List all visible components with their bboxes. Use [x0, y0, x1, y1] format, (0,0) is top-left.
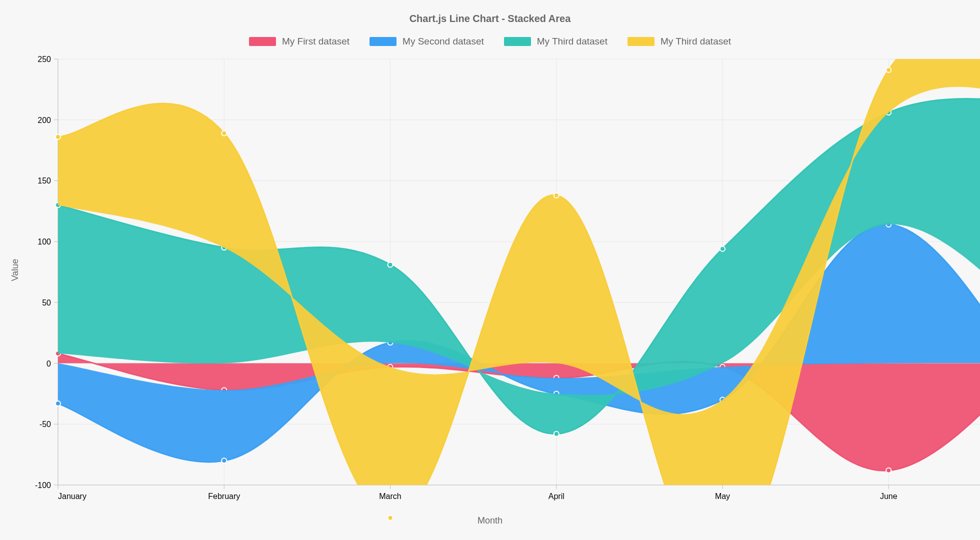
- data-point[interactable]: [886, 68, 891, 72]
- data-point[interactable]: [554, 432, 559, 436]
- data-point[interactable]: [388, 516, 393, 520]
- data-point[interactable]: [56, 134, 60, 140]
- data-point[interactable]: [388, 262, 393, 267]
- data-point[interactable]: [222, 130, 226, 136]
- svg-text:May: May: [715, 492, 730, 500]
- data-point[interactable]: [222, 458, 226, 463]
- data-point[interactable]: [886, 468, 891, 473]
- svg-text:250: 250: [38, 55, 51, 64]
- svg-text:June: June: [880, 492, 898, 500]
- chart-container: Chart.js Line Chart - Stacked Area My Fi…: [0, 0, 980, 540]
- svg-text:January: January: [58, 492, 86, 500]
- svg-text:50: 50: [42, 298, 51, 307]
- svg-text:200: 200: [38, 116, 51, 124]
- svg-text:March: March: [379, 492, 401, 500]
- svg-text:-50: -50: [40, 420, 51, 428]
- svg-text:February: February: [208, 492, 240, 500]
- svg-text:100: 100: [38, 238, 51, 246]
- svg-text:April: April: [548, 492, 564, 500]
- data-point[interactable]: [720, 246, 725, 252]
- svg-text:-100: -100: [35, 481, 51, 490]
- chart-plot-area: -100-50050100150200250JanuaryFebruaryMar…: [0, 0, 980, 540]
- svg-text:0: 0: [46, 360, 51, 368]
- data-point[interactable]: [56, 401, 60, 406]
- svg-text:150: 150: [38, 176, 51, 185]
- data-point[interactable]: [554, 193, 559, 198]
